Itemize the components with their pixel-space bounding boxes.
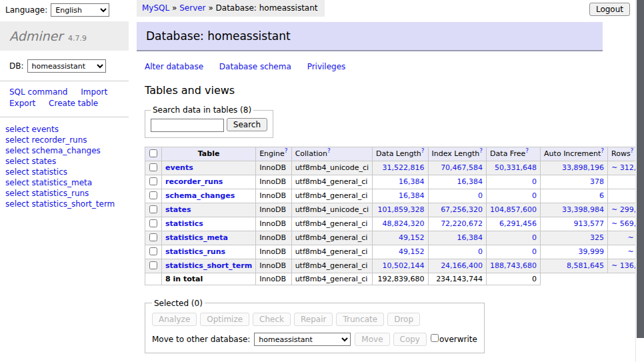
sidebar-table-link[interactable]: recorder_runs — [31, 135, 87, 145]
sidebar-table-link[interactable]: statistics_meta — [31, 178, 92, 187]
index-length-link[interactable]: 67,256,320 — [441, 205, 483, 214]
help-link[interactable]: ? — [525, 147, 529, 154]
data-free-link[interactable]: 104,857,600 — [490, 205, 537, 214]
index-length-link[interactable]: 0 — [478, 191, 483, 200]
db-select[interactable]: homeassistant — [27, 59, 106, 73]
data-free-link[interactable]: 6,291,456 — [499, 219, 537, 228]
sidebar-select-link[interactable]: select — [5, 157, 29, 166]
row-checkbox[interactable] — [149, 261, 157, 269]
repair-button[interactable]: Repair — [294, 313, 333, 326]
row-checkbox[interactable] — [149, 219, 157, 227]
search-button[interactable]: Search — [227, 118, 267, 131]
table-row: statesInnoDButf8mb4_unicode_ci101,859,32… — [145, 203, 644, 217]
sidebar-select-link[interactable]: select — [5, 199, 29, 209]
sidebar-select-link[interactable]: select — [5, 189, 29, 198]
sidebar-table-link[interactable]: schema_changes — [31, 146, 100, 155]
help-icon: ? — [631, 147, 634, 154]
data-length-link[interactable]: 49,152 — [399, 247, 425, 256]
data-free-link[interactable]: 50,331,648 — [495, 163, 537, 172]
data-length-link[interactable]: 48,824,320 — [383, 219, 425, 228]
sidebar-table-link[interactable]: statistics_short_term — [31, 199, 115, 209]
privileges-link[interactable]: Privileges — [307, 62, 346, 71]
table-name-link[interactable]: statistics_runs — [165, 247, 225, 256]
truncate-button[interactable]: Truncate — [336, 313, 384, 326]
index-length-link[interactable]: 0 — [478, 247, 483, 256]
table-name-link[interactable]: recorder_runs — [165, 177, 223, 186]
auto-increment-link[interactable]: 378 — [590, 177, 604, 186]
check-button[interactable]: Check — [253, 313, 291, 326]
table-name-link[interactable]: statistics_meta — [165, 233, 228, 242]
data-length-link[interactable]: 49,152 — [399, 233, 425, 242]
row-checkbox[interactable] — [149, 191, 157, 199]
breadcrumb-server-link[interactable]: Server — [179, 3, 205, 13]
move-button[interactable]: Move — [355, 333, 389, 346]
auto-increment-link[interactable]: 8,581,645 — [567, 261, 604, 270]
sidebar-select-link[interactable]: select — [5, 178, 29, 187]
sidebar-table-link[interactable]: statistics_runs — [31, 189, 89, 198]
auto-increment-link[interactable]: 325 — [590, 233, 604, 242]
help-link[interactable]: ? — [285, 147, 288, 154]
help-link[interactable]: ? — [601, 147, 604, 154]
copy-button[interactable]: Copy — [393, 333, 427, 346]
data-free-link[interactable]: 0 — [532, 177, 537, 186]
sidebar-table-link[interactable]: states — [31, 157, 56, 166]
index-length-link[interactable]: 16,384 — [457, 177, 483, 186]
data-length-link[interactable]: 16,384 — [399, 191, 425, 200]
table-name-link[interactable]: statistics — [165, 219, 203, 228]
select-all-checkbox[interactable] — [149, 149, 157, 157]
drop-button[interactable]: Drop — [387, 313, 420, 326]
row-checkbox[interactable] — [149, 233, 157, 241]
table-name-link[interactable]: statistics_short_term — [165, 261, 252, 270]
sidebar-select-link[interactable]: select — [5, 135, 29, 145]
auto-increment-link[interactable]: 913,577 — [574, 219, 605, 228]
help-link[interactable]: ? — [421, 147, 425, 154]
data-free-link[interactable]: 0 — [532, 247, 537, 256]
logout-button[interactable]: Logout — [589, 3, 630, 16]
index-length-link[interactable]: 16,384 — [457, 233, 483, 242]
auto-increment-link[interactable]: 33,898,196 — [562, 163, 604, 172]
index-length-link[interactable]: 72,220,672 — [441, 219, 483, 228]
sidebar-select-link[interactable]: select — [5, 167, 29, 177]
move-db-select[interactable]: homeassistant — [254, 333, 351, 346]
scrollbar-thumb[interactable] — [637, 0, 644, 338]
sidebar-link-import[interactable]: Import — [81, 87, 107, 97]
data-free-link[interactable]: 188,743,680 — [490, 261, 537, 270]
alter-database-link[interactable]: Alter database — [145, 62, 203, 71]
breadcrumb-mysql-link[interactable]: MySQL — [142, 3, 169, 13]
auto-increment-link[interactable]: 39,999 — [579, 247, 605, 256]
optimize-button[interactable]: Optimize — [200, 313, 249, 326]
auto-increment-link[interactable]: 6 — [599, 191, 604, 200]
sidebar-table-link[interactable]: events — [31, 125, 58, 134]
auto-increment-cell: 39,999 — [541, 245, 608, 259]
row-checkbox[interactable] — [149, 177, 157, 185]
overwrite-checkbox[interactable] — [431, 334, 439, 342]
language-select[interactable]: English — [51, 3, 109, 17]
index-length-link[interactable]: 70,467,584 — [441, 163, 483, 172]
sidebar-select-link[interactable]: select — [5, 125, 29, 134]
sidebar-table-link[interactable]: statistics — [31, 167, 67, 177]
row-checkbox[interactable] — [149, 205, 157, 213]
search-input[interactable] — [151, 119, 224, 132]
row-checkbox[interactable] — [149, 163, 157, 171]
help-link[interactable]: ? — [631, 147, 634, 154]
sidebar-link-export[interactable]: Export — [9, 99, 35, 108]
index-length-link[interactable]: 24,166,400 — [441, 261, 483, 270]
data-length-link[interactable]: 101,859,328 — [378, 205, 425, 214]
row-checkbox[interactable] — [149, 247, 157, 255]
data-length-link[interactable]: 31,522,816 — [383, 163, 425, 172]
sidebar-link-sql-command[interactable]: SQL command — [9, 87, 67, 97]
table-name-link[interactable]: schema_changes — [165, 191, 235, 200]
help-link[interactable]: ? — [327, 147, 331, 154]
data-free-link[interactable]: 0 — [532, 233, 537, 242]
database-schema-link[interactable]: Database schema — [219, 62, 291, 71]
data-free-link[interactable]: 0 — [532, 191, 537, 200]
sidebar-link-create-table[interactable]: Create table — [49, 99, 98, 108]
auto-increment-link[interactable]: 33,398,984 — [562, 205, 604, 214]
data-length-link[interactable]: 16,384 — [399, 177, 425, 186]
data-length-link[interactable]: 10,502,144 — [383, 261, 425, 270]
help-link[interactable]: ? — [479, 147, 483, 154]
sidebar-select-link[interactable]: select — [5, 146, 29, 155]
analyze-button[interactable]: Analyze — [152, 313, 197, 326]
table-name-link[interactable]: events — [165, 163, 193, 172]
table-name-link[interactable]: states — [165, 205, 191, 214]
